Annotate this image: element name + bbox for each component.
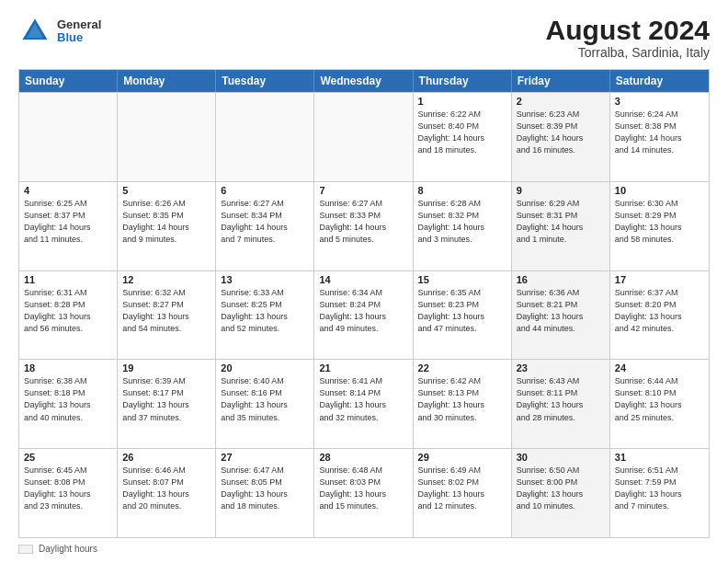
- legend-label: Daylight hours: [39, 544, 97, 554]
- cell-day-num: 31: [615, 452, 704, 463]
- cell-info-text: Sunrise: 6:38 AMSunset: 8:18 PMDaylight:…: [24, 375, 112, 423]
- calendar: SundayMondayTuesdayWednesdayThursdayFrid…: [18, 69, 710, 538]
- cell-info-text: Sunrise: 6:44 AMSunset: 8:10 PMDaylight:…: [615, 375, 704, 423]
- cell-day-num: 10: [615, 185, 704, 196]
- cell-day-num: 18: [24, 362, 112, 373]
- cal-cell-2-3: 14Sunrise: 6:34 AMSunset: 8:24 PMDayligh…: [314, 271, 413, 360]
- cell-day-num: 6: [221, 185, 309, 196]
- cell-day-num: 19: [122, 362, 210, 373]
- cal-header-saturday: Saturday: [610, 70, 709, 92]
- cell-info-text: Sunrise: 6:36 AMSunset: 8:21 PMDaylight:…: [517, 287, 605, 335]
- cell-day-num: 4: [24, 185, 112, 196]
- cal-cell-1-1: 5Sunrise: 6:26 AMSunset: 8:35 PMDaylight…: [118, 182, 216, 270]
- cell-day-num: 29: [418, 452, 506, 463]
- cal-header-thursday: Thursday: [414, 70, 512, 92]
- cell-info-text: Sunrise: 6:27 AMSunset: 8:33 PMDaylight:…: [319, 198, 407, 246]
- cal-header-wednesday: Wednesday: [314, 70, 413, 92]
- cal-header-friday: Friday: [512, 70, 610, 92]
- cal-cell-3-0: 18Sunrise: 6:38 AMSunset: 8:18 PMDayligh…: [19, 360, 118, 448]
- cell-info-text: Sunrise: 6:50 AMSunset: 8:00 PMDaylight:…: [517, 465, 605, 512]
- cell-day-num: 21: [319, 362, 407, 373]
- cal-cell-1-3: 7Sunrise: 6:27 AMSunset: 8:33 PMDaylight…: [314, 182, 413, 270]
- cal-cell-2-5: 16Sunrise: 6:36 AMSunset: 8:21 PMDayligh…: [512, 271, 610, 360]
- cell-day-num: 5: [122, 185, 210, 196]
- cell-day-num: 8: [418, 185, 506, 196]
- calendar-header-row: SundayMondayTuesdayWednesdayThursdayFrid…: [19, 70, 709, 92]
- cal-week-2: 11Sunrise: 6:31 AMSunset: 8:28 PMDayligh…: [19, 270, 709, 360]
- cell-day-num: 20: [221, 362, 309, 373]
- cal-cell-0-4: 1Sunrise: 6:22 AMSunset: 8:40 PMDaylight…: [414, 93, 512, 181]
- cell-day-num: 15: [418, 274, 506, 285]
- cal-header-monday: Monday: [118, 70, 216, 92]
- logo: General Blue: [18, 15, 101, 48]
- cal-cell-4-6: 31Sunrise: 6:51 AMSunset: 7:59 PMDayligh…: [610, 449, 709, 537]
- cell-day-num: 11: [24, 274, 112, 285]
- cell-info-text: Sunrise: 6:26 AMSunset: 8:35 PMDaylight:…: [122, 198, 210, 246]
- cal-cell-1-6: 10Sunrise: 6:30 AMSunset: 8:29 PMDayligh…: [610, 182, 709, 270]
- cell-info-text: Sunrise: 6:41 AMSunset: 8:14 PMDaylight:…: [319, 375, 407, 423]
- cal-cell-3-2: 20Sunrise: 6:40 AMSunset: 8:16 PMDayligh…: [216, 360, 314, 448]
- cell-info-text: Sunrise: 6:43 AMSunset: 8:11 PMDaylight:…: [517, 375, 605, 423]
- cal-cell-4-2: 27Sunrise: 6:47 AMSunset: 8:05 PMDayligh…: [216, 449, 314, 537]
- cell-info-text: Sunrise: 6:22 AMSunset: 8:40 PMDaylight:…: [418, 109, 506, 156]
- cal-cell-0-1: [118, 93, 216, 181]
- cell-day-num: 24: [615, 362, 704, 373]
- cal-cell-0-0: [19, 93, 118, 181]
- cal-cell-1-2: 6Sunrise: 6:27 AMSunset: 8:34 PMDaylight…: [216, 182, 314, 270]
- cell-day-num: 26: [122, 452, 210, 463]
- cell-day-num: 2: [517, 96, 605, 107]
- cell-day-num: 30: [517, 452, 605, 463]
- cal-cell-3-6: 24Sunrise: 6:44 AMSunset: 8:10 PMDayligh…: [610, 360, 709, 448]
- cal-cell-3-4: 22Sunrise: 6:42 AMSunset: 8:13 PMDayligh…: [414, 360, 512, 448]
- cell-day-num: 9: [517, 185, 605, 196]
- cell-day-num: 14: [319, 274, 407, 285]
- cell-info-text: Sunrise: 6:33 AMSunset: 8:25 PMDaylight:…: [221, 287, 309, 335]
- cal-cell-3-5: 23Sunrise: 6:43 AMSunset: 8:11 PMDayligh…: [512, 360, 610, 448]
- cal-cell-4-1: 26Sunrise: 6:46 AMSunset: 8:07 PMDayligh…: [118, 449, 216, 537]
- cal-week-3: 18Sunrise: 6:38 AMSunset: 8:18 PMDayligh…: [19, 359, 709, 448]
- cell-info-text: Sunrise: 6:40 AMSunset: 8:16 PMDaylight:…: [221, 375, 309, 423]
- cell-day-num: 28: [319, 452, 407, 463]
- legend: Daylight hours: [18, 544, 710, 554]
- cell-info-text: Sunrise: 6:23 AMSunset: 8:39 PMDaylight:…: [517, 109, 605, 156]
- cell-info-text: Sunrise: 6:48 AMSunset: 8:03 PMDaylight:…: [319, 465, 407, 512]
- cal-cell-2-2: 13Sunrise: 6:33 AMSunset: 8:25 PMDayligh…: [216, 271, 314, 360]
- cell-info-text: Sunrise: 6:27 AMSunset: 8:34 PMDaylight:…: [221, 198, 309, 246]
- cal-week-4: 25Sunrise: 6:45 AMSunset: 8:08 PMDayligh…: [19, 448, 709, 537]
- cell-info-text: Sunrise: 6:45 AMSunset: 8:08 PMDaylight:…: [24, 465, 112, 512]
- cell-info-text: Sunrise: 6:29 AMSunset: 8:31 PMDaylight:…: [517, 198, 605, 246]
- logo-text: General Blue: [57, 18, 101, 45]
- cal-header-sunday: Sunday: [19, 70, 118, 92]
- cal-cell-2-1: 12Sunrise: 6:32 AMSunset: 8:27 PMDayligh…: [118, 271, 216, 360]
- cell-info-text: Sunrise: 6:49 AMSunset: 8:02 PMDaylight:…: [418, 465, 506, 512]
- cell-day-num: 16: [517, 274, 605, 285]
- location-title: Torralba, Sardinia, Italy: [546, 45, 710, 60]
- logo-blue: Blue: [57, 31, 101, 44]
- cal-cell-3-1: 19Sunrise: 6:39 AMSunset: 8:17 PMDayligh…: [118, 360, 216, 448]
- cal-week-0: 1Sunrise: 6:22 AMSunset: 8:40 PMDaylight…: [19, 92, 709, 181]
- cell-info-text: Sunrise: 6:39 AMSunset: 8:17 PMDaylight:…: [122, 375, 210, 423]
- cell-info-text: Sunrise: 6:51 AMSunset: 7:59 PMDaylight:…: [615, 465, 704, 512]
- cal-cell-4-0: 25Sunrise: 6:45 AMSunset: 8:08 PMDayligh…: [19, 449, 118, 537]
- cal-week-1: 4Sunrise: 6:25 AMSunset: 8:37 PMDaylight…: [19, 181, 709, 270]
- month-year-title: August 2024: [546, 15, 710, 45]
- cal-header-tuesday: Tuesday: [216, 70, 314, 92]
- cal-cell-3-3: 21Sunrise: 6:41 AMSunset: 8:14 PMDayligh…: [314, 360, 413, 448]
- cell-info-text: Sunrise: 6:25 AMSunset: 8:37 PMDaylight:…: [24, 198, 112, 246]
- cal-cell-1-0: 4Sunrise: 6:25 AMSunset: 8:37 PMDaylight…: [19, 182, 118, 270]
- legend-box: [18, 545, 33, 554]
- cell-info-text: Sunrise: 6:35 AMSunset: 8:23 PMDaylight:…: [418, 287, 506, 335]
- cal-cell-1-5: 9Sunrise: 6:29 AMSunset: 8:31 PMDaylight…: [512, 182, 610, 270]
- cell-day-num: 3: [615, 96, 704, 107]
- calendar-body: 1Sunrise: 6:22 AMSunset: 8:40 PMDaylight…: [19, 92, 709, 537]
- logo-general: General: [57, 18, 101, 31]
- cell-info-text: Sunrise: 6:47 AMSunset: 8:05 PMDaylight:…: [221, 465, 309, 512]
- cell-info-text: Sunrise: 6:24 AMSunset: 8:38 PMDaylight:…: [615, 109, 704, 156]
- cell-info-text: Sunrise: 6:30 AMSunset: 8:29 PMDaylight:…: [615, 198, 704, 246]
- cell-day-num: 23: [517, 362, 605, 373]
- cell-info-text: Sunrise: 6:32 AMSunset: 8:27 PMDaylight:…: [122, 287, 210, 335]
- cal-cell-0-2: [216, 93, 314, 181]
- title-block: August 2024 Torralba, Sardinia, Italy: [546, 15, 710, 60]
- cell-day-num: 25: [24, 452, 112, 463]
- cal-cell-2-0: 11Sunrise: 6:31 AMSunset: 8:28 PMDayligh…: [19, 271, 118, 360]
